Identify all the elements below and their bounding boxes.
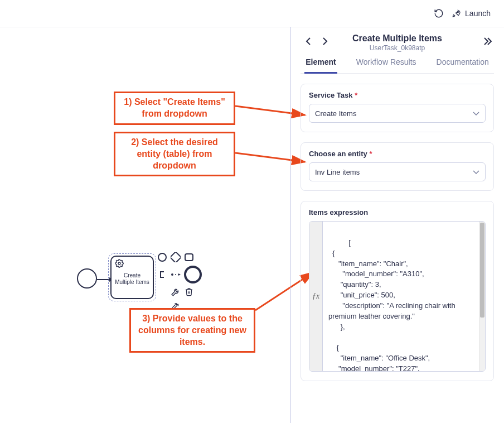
svg-point-0 (457, 12, 458, 13)
ctx-wrench-icon[interactable] (171, 287, 181, 297)
entity-select[interactable]: Inv Line items (309, 162, 486, 181)
launch-button[interactable]: Launch (452, 8, 491, 18)
annotation-1: 1) Select "Create Items" from dropdown (114, 92, 235, 125)
bpmn-service-task[interactable]: Create Multiple Items (110, 256, 154, 299)
rocket-icon (452, 8, 462, 18)
properties-panel: Create Multiple Items UserTask_0k98atp E… (290, 27, 504, 423)
scrollbar[interactable] (479, 222, 485, 371)
svg-point-3 (118, 262, 120, 265)
annotation-2: 2) Select the desired entity (table) fro… (114, 132, 235, 176)
ctx-task-icon[interactable] (184, 252, 194, 262)
chevron-down-icon (473, 109, 479, 118)
card-service-task: Service Task * Create Items (301, 84, 494, 132)
service-task-select[interactable]: Create Items (309, 104, 486, 123)
annotation-3: 3) Provide values to the columns for cre… (129, 308, 255, 353)
card-entity: Choose an entity * Inv Line items (301, 142, 494, 191)
nav-next-icon[interactable] (322, 37, 328, 48)
entity-label: Choose an entity * (309, 150, 486, 158)
tab-documentation[interactable]: Documentation (435, 57, 490, 73)
expression-label: Items expression (309, 208, 486, 217)
service-task-value: Create Items (315, 109, 356, 118)
panel-title: Create Multiple Items (301, 33, 494, 44)
expression-text: [ { "item_name": "Chair", "model_number"… (328, 238, 462, 371)
ctx-event-icon[interactable] (157, 252, 167, 262)
svg-rect-5 (171, 252, 181, 262)
bpmn-task-label: Create Multiple Items (112, 272, 153, 286)
nav-prev-icon[interactable] (305, 37, 312, 48)
ctx-trash-icon[interactable] (184, 287, 194, 297)
card-items-expression: Items expression ƒx [ { "item_name": "Ch… (301, 201, 494, 381)
expand-icon[interactable] (483, 37, 493, 48)
bpmn-start-event[interactable] (77, 268, 97, 289)
panel-tabs: Element Workflow Results Documentation (301, 57, 494, 74)
fx-icon[interactable]: ƒx (309, 222, 323, 371)
bpmn-context-pad (157, 252, 207, 314)
ctx-end-event-icon[interactable] (184, 266, 202, 283)
ctx-gateway-icon[interactable] (171, 252, 181, 262)
entity-value: Inv Line items (315, 168, 360, 176)
svg-point-7 (171, 273, 173, 276)
history-icon[interactable] (434, 8, 444, 18)
launch-label: Launch (465, 9, 491, 18)
chevron-down-icon (473, 168, 479, 176)
svg-rect-6 (185, 254, 193, 261)
expression-editor[interactable]: [ { "item_name": "Chair", "model_number"… (323, 222, 485, 371)
service-task-label: Service Task * (309, 91, 486, 99)
tab-element[interactable]: Element (304, 57, 337, 74)
workflow-canvas[interactable]: Create Multiple Items (0, 27, 290, 423)
ctx-annotation-icon[interactable] (157, 270, 167, 280)
tab-workflow-results[interactable]: Workflow Results (355, 57, 418, 73)
svg-point-4 (158, 253, 166, 261)
scroll-thumb[interactable] (480, 223, 484, 318)
svg-point-8 (175, 274, 176, 275)
ctx-connect-icon[interactable] (171, 270, 181, 280)
panel-subtitle: UserTask_0k98atp (301, 44, 494, 52)
gear-icon (115, 259, 124, 270)
